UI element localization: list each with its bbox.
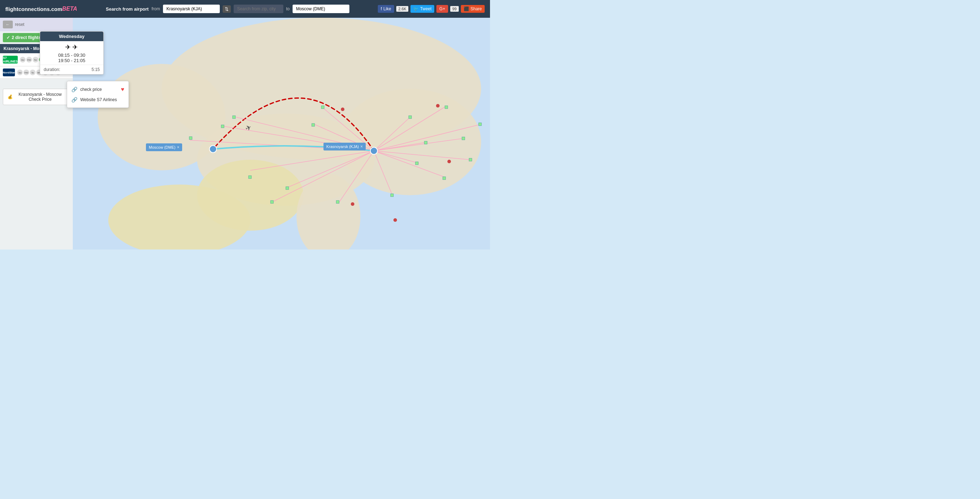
svg-rect-29 — [248, 176, 251, 178]
logo-text: flightconnections.com — [5, 6, 62, 12]
svg-rect-30 — [270, 200, 274, 203]
moscow-label[interactable]: Moscow (DME) × — [146, 143, 182, 151]
day-mo: mo — [26, 57, 32, 62]
day-popup-duration: duration: 5:15 — [40, 65, 103, 74]
to-input[interactable] — [293, 5, 349, 13]
moscow-close-icon[interactable]: × — [177, 145, 179, 150]
checkmark-icon: ✓ — [6, 35, 10, 40]
check-price-label: Krasnoyarsk - Moscow Check Price — [15, 92, 65, 102]
map[interactable]: ✈ Moscow (DME) × Krasnoyarsk (KJA) × — [73, 18, 490, 249]
map-svg: ✈ — [73, 18, 490, 249]
external-link-icon: 🔗 — [72, 97, 77, 103]
duration-label: duration: — [44, 67, 60, 72]
search-label: Search from airport — [106, 6, 149, 12]
svg-point-46 — [341, 108, 344, 111]
tweet-label: Tweet — [420, 6, 431, 11]
day-tu: tu — [33, 57, 38, 62]
search-bar: Search from airport from ⇅ to — [106, 5, 349, 13]
share-button[interactable]: ⬛ Share — [461, 5, 485, 13]
from-label: from — [152, 6, 160, 11]
logo: flightconnections.com BETA — [5, 6, 77, 12]
day-su: su — [20, 57, 25, 62]
svg-point-26 — [370, 147, 377, 154]
s7-logo: S7 AIRLINES — [3, 56, 18, 64]
swap-button[interactable]: ⇅ — [223, 5, 231, 13]
moscow-label-text: Moscow (DME) — [149, 145, 175, 149]
day-popup-header: Wednesday — [40, 32, 103, 41]
svg-rect-38 — [415, 162, 418, 165]
gplus-icon: G+ — [439, 6, 445, 11]
check-price-row: 💰 Krasnoyarsk - Moscow Check Price — [0, 86, 73, 108]
logo-beta: BETA — [62, 6, 77, 12]
svg-rect-45 — [424, 141, 427, 144]
zip-input[interactable] — [234, 5, 283, 13]
header: flightconnections.com BETA Search from a… — [0, 0, 490, 18]
svg-rect-44 — [221, 125, 224, 128]
check-price-link[interactable]: 🔗 check price ♥ — [67, 84, 129, 95]
svg-rect-39 — [391, 194, 393, 197]
svg-rect-28 — [189, 137, 192, 140]
links-popup: 🔗 check price ♥ 🔗 Website S7 Airlines — [67, 81, 129, 108]
social-bar: f Like 2.6K 🐦 Tweet G+ 99 ⬛ Share — [378, 5, 485, 13]
svg-point-27 — [210, 146, 216, 153]
kja-close-icon[interactable]: × — [360, 144, 363, 149]
svg-rect-36 — [462, 137, 465, 140]
facebook-icon: f — [381, 6, 382, 11]
plane-icon: ✈ ✈ — [40, 41, 103, 51]
duration-value: 5:15 — [92, 67, 100, 72]
ns-day-tu: tu — [30, 70, 35, 75]
check-price-link-label: check price — [80, 87, 102, 92]
from-input[interactable] — [163, 5, 220, 13]
time-slot-1: 08:15 - 09:30 — [40, 52, 103, 58]
twitter-icon: 🐦 — [413, 6, 418, 11]
svg-rect-31 — [336, 200, 339, 203]
twitter-tweet-button[interactable]: 🐦 Tweet — [410, 5, 434, 13]
like-count: 2.6K — [396, 6, 409, 12]
check-price-button[interactable]: 💰 Krasnoyarsk - Moscow Check Price — [3, 89, 70, 105]
svg-rect-32 — [312, 124, 315, 126]
to-label: to — [286, 6, 290, 11]
time-slot-2: 19:50 - 21:05 — [40, 58, 103, 63]
heart-icon: ♥ — [121, 86, 125, 93]
svg-rect-40 — [286, 187, 289, 189]
nordstar-logo: NordStar — [3, 68, 15, 76]
svg-point-47 — [436, 104, 439, 108]
svg-point-49 — [351, 202, 354, 206]
like-label: Like — [383, 6, 391, 11]
svg-rect-42 — [443, 177, 445, 180]
link-icon: 🔗 — [72, 87, 77, 92]
ns-day-su: su — [17, 70, 23, 75]
website-link-label: Website S7 Airlines — [80, 97, 117, 102]
svg-rect-35 — [445, 106, 448, 109]
svg-rect-41 — [479, 123, 482, 126]
svg-point-48 — [447, 160, 451, 163]
facebook-like-button[interactable]: f Like — [378, 5, 394, 13]
share-label: Share — [471, 6, 482, 11]
svg-point-50 — [393, 218, 397, 222]
kja-label[interactable]: Krasnoyarsk (KJA) × — [323, 143, 366, 151]
ns-day-mo: mo — [24, 70, 29, 75]
share-icon: ⬛ — [464, 6, 469, 11]
price-icon: 💰 — [8, 94, 13, 99]
reset-button[interactable]: reset — [15, 22, 24, 27]
toolbar-arrow-button[interactable]: ← — [3, 21, 13, 29]
svg-rect-33 — [321, 106, 324, 109]
gplus-count: 99 — [450, 6, 459, 12]
website-link[interactable]: 🔗 Website S7 Airlines — [67, 95, 129, 105]
svg-rect-43 — [232, 116, 235, 119]
gplus-button[interactable]: G+ — [436, 5, 448, 13]
toolbar: ← reset — [0, 18, 73, 31]
day-popup-times: 08:15 - 09:30 19:50 - 21:05 — [40, 51, 103, 65]
day-popup: Wednesday ✈ ✈ 08:15 - 09:30 19:50 - 21:0… — [40, 31, 104, 75]
svg-rect-34 — [409, 116, 412, 119]
kja-label-text: Krasnoyarsk (KJA) — [326, 145, 359, 149]
svg-rect-37 — [469, 158, 472, 161]
